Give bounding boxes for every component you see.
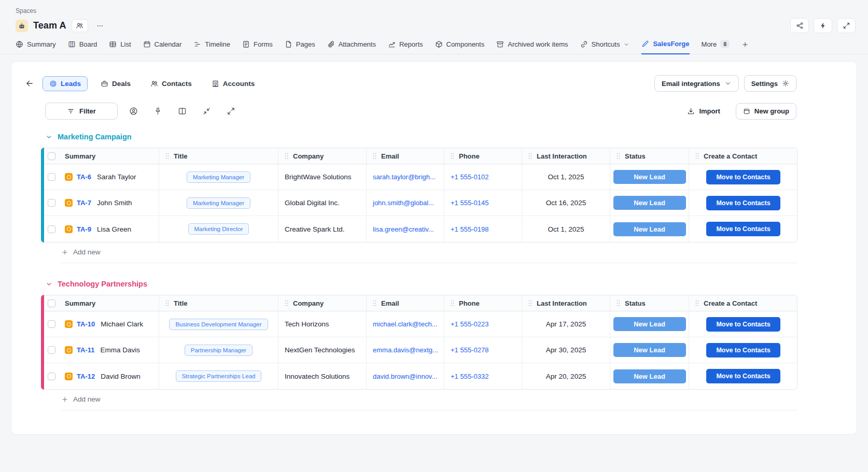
row-checkbox[interactable]: [48, 173, 55, 181]
move-to-contacts-button[interactable]: Move to Contacts: [706, 196, 780, 210]
phone-link[interactable]: +1 555-0332: [451, 373, 488, 380]
expand-view-button[interactable]: [222, 104, 240, 119]
column-header-phone[interactable]: Phone: [444, 148, 522, 164]
drag-handle-icon[interactable]: [528, 299, 533, 307]
tab-list[interactable]: List: [109, 40, 131, 54]
status-button[interactable]: New Lead: [613, 196, 686, 210]
column-header-title[interactable]: Title: [159, 148, 278, 164]
column-header-status[interactable]: Status: [610, 295, 689, 311]
tab-summary[interactable]: Summary: [16, 40, 56, 54]
tab-calendar[interactable]: Calendar: [143, 40, 182, 54]
settings-button[interactable]: Settings: [744, 75, 796, 92]
move-to-contacts-button[interactable]: Move to Contacts: [706, 369, 780, 383]
phone-link[interactable]: +1 555-0145: [451, 199, 488, 207]
tab-board[interactable]: Board: [68, 40, 97, 54]
row-checkbox[interactable]: [48, 373, 55, 380]
select-all-checkbox[interactable]: [48, 152, 55, 160]
tab-archived-work-items[interactable]: Archived work items: [496, 40, 568, 54]
phone-link[interactable]: +1 555-0223: [451, 320, 488, 328]
phone-link[interactable]: +1 555-0102: [451, 173, 488, 181]
tab-leads[interactable]: Leads: [43, 76, 88, 91]
lead-name[interactable]: Michael Clark: [101, 320, 143, 328]
breadcrumb[interactable]: Spaces: [16, 7, 856, 15]
columns-button[interactable]: [173, 104, 191, 119]
move-to-contacts-button[interactable]: Move to Contacts: [706, 343, 780, 357]
column-header-company[interactable]: Company: [278, 295, 367, 311]
column-header-summary[interactable]: Summary: [59, 295, 159, 311]
members-button[interactable]: [72, 19, 88, 32]
drag-handle-icon[interactable]: [372, 299, 377, 307]
lead-name[interactable]: John Smith: [97, 199, 132, 207]
add-new-button[interactable]: Add new: [61, 242, 797, 263]
me-mode-button[interactable]: [124, 104, 142, 119]
more-options-button[interactable]: [93, 20, 107, 32]
drag-handle-icon[interactable]: [695, 152, 699, 160]
lead-name[interactable]: Emma Davis: [100, 346, 140, 354]
tab-contacts[interactable]: Contacts: [144, 76, 199, 91]
drag-handle-icon[interactable]: [165, 152, 170, 160]
column-header-status[interactable]: Status: [610, 148, 689, 164]
column-header-last-interaction[interactable]: Last Interaction: [522, 295, 610, 311]
task-id[interactable]: TA-6: [77, 173, 91, 181]
drag-handle-icon[interactable]: [450, 152, 455, 160]
email-link[interactable]: lisa.green@creativ...: [373, 225, 434, 233]
tab-salesforge[interactable]: SalesForge: [641, 40, 689, 54]
column-header-last-interaction[interactable]: Last Interaction: [522, 148, 610, 164]
table-row[interactable]: TA-7John Smith Marketing Manager Global …: [41, 190, 797, 216]
row-checkbox[interactable]: [48, 225, 55, 233]
status-button[interactable]: New Lead: [613, 222, 686, 236]
column-header-create-a-contact[interactable]: Create a Contact: [689, 148, 797, 164]
tab-timeline[interactable]: Timeline: [193, 40, 230, 54]
filter-button[interactable]: Filter: [45, 103, 118, 120]
drag-handle-icon[interactable]: [528, 152, 533, 160]
phone-link[interactable]: +1 555-0278: [451, 346, 488, 354]
fullscreen-button[interactable]: [837, 18, 856, 33]
email-link[interactable]: sarah.taylor@brigh...: [373, 173, 436, 181]
email-link[interactable]: john.smith@global...: [373, 199, 434, 207]
tab-accounts[interactable]: Accounts: [205, 76, 262, 91]
automations-button[interactable]: [814, 18, 832, 33]
status-button[interactable]: New Lead: [613, 170, 686, 184]
drag-handle-icon[interactable]: [616, 152, 621, 160]
email-integrations-button[interactable]: Email integrations: [654, 75, 739, 92]
table-row[interactable]: TA-6Sarah Taylor Marketing Manager Brigh…: [41, 164, 797, 190]
column-header-summary[interactable]: Summary: [59, 148, 159, 164]
column-header-create-a-contact[interactable]: Create a Contact: [689, 295, 797, 311]
row-checkbox[interactable]: [48, 199, 55, 207]
collapse-button[interactable]: [198, 104, 215, 119]
new-group-button[interactable]: New group: [736, 103, 796, 120]
select-all-checkbox[interactable]: [48, 299, 55, 307]
task-id[interactable]: TA-9: [77, 225, 91, 233]
table-row[interactable]: TA-12David Brown Strategic Partnerships …: [41, 363, 797, 389]
share-button[interactable]: [790, 18, 809, 33]
table-row[interactable]: TA-11Emma Davis Partnership Manager Next…: [41, 337, 797, 363]
drag-handle-icon[interactable]: [284, 299, 289, 307]
drag-handle-icon[interactable]: [284, 152, 289, 160]
status-button[interactable]: New Lead: [613, 317, 686, 331]
email-link[interactable]: michael.clark@tech...: [373, 320, 437, 328]
tab-reports[interactable]: Reports: [388, 40, 423, 54]
tab-deals[interactable]: Deals: [94, 76, 137, 91]
add-new-button[interactable]: Add new: [61, 390, 797, 410]
column-header-email[interactable]: Email: [367, 295, 444, 311]
lead-name[interactable]: Sarah Taylor: [97, 173, 136, 181]
pin-button[interactable]: [149, 104, 166, 119]
drag-handle-icon[interactable]: [695, 299, 699, 307]
move-to-contacts-button[interactable]: Move to Contacts: [706, 317, 780, 332]
tab-more[interactable]: More8: [702, 40, 730, 54]
add-view-button[interactable]: [741, 41, 749, 54]
drag-handle-icon[interactable]: [616, 299, 621, 307]
column-header-title[interactable]: Title: [159, 295, 278, 311]
status-button[interactable]: New Lead: [613, 369, 686, 383]
phone-link[interactable]: +1 555-0198: [451, 225, 488, 233]
back-button[interactable]: [25, 79, 34, 88]
tab-components[interactable]: Components: [435, 40, 485, 54]
row-checkbox[interactable]: [48, 320, 55, 328]
drag-handle-icon[interactable]: [165, 299, 170, 307]
tab-forms[interactable]: Forms: [242, 40, 273, 54]
column-header-company[interactable]: Company: [278, 148, 367, 164]
task-id[interactable]: TA-11: [77, 346, 94, 354]
group-header[interactable]: Marketing Campaign: [46, 133, 796, 141]
import-button[interactable]: Import: [684, 107, 723, 116]
lead-name[interactable]: David Brown: [101, 373, 141, 380]
